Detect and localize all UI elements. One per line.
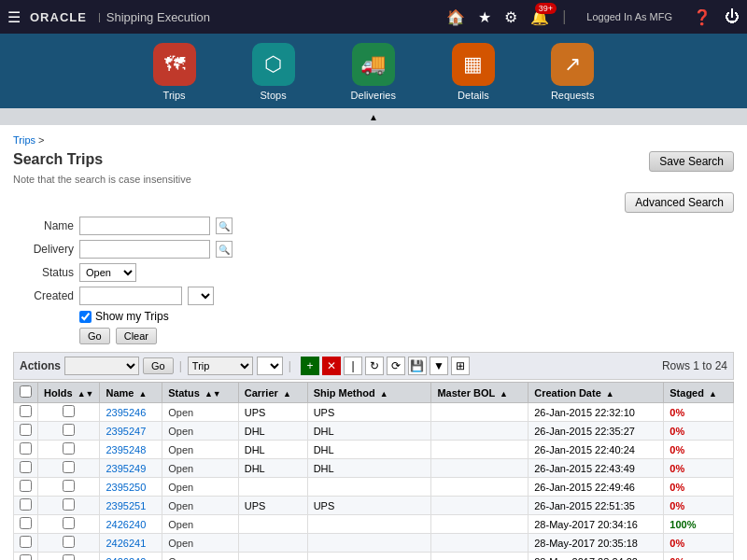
row-ship-method-cell (307, 534, 431, 553)
nav-divider: | (562, 8, 566, 25)
name-link[interactable]: 2426241 (106, 538, 146, 549)
settings-icon[interactable]: ⚙ (504, 8, 517, 26)
select-all-checkbox[interactable] (20, 385, 32, 398)
name-sort-icon: ▲ (138, 389, 147, 399)
name-link[interactable]: 2395248 (106, 444, 146, 455)
home-icon[interactable]: 🏠 (446, 8, 465, 26)
icon-nav: 🗺 Trips ⬡ Stops 🚚 Deliveries ▦ Details ↗… (0, 34, 747, 108)
row-status-cell: Open (162, 497, 239, 515)
help-icon[interactable]: ❓ (693, 8, 712, 26)
holds-checkbox[interactable] (63, 442, 75, 455)
row-creation-date-cell: 26-Jan-2015 22:40:24 (529, 441, 664, 459)
nav-requests[interactable]: ↗ Requests (551, 43, 594, 101)
row-master-bol-cell (431, 459, 529, 478)
row-select-cell (14, 497, 38, 515)
advanced-search-button[interactable]: Advanced Search (625, 192, 734, 213)
holds-checkbox[interactable] (63, 498, 75, 511)
row-checkbox[interactable] (20, 405, 32, 417)
grid-icon-button[interactable]: ⊞ (451, 357, 470, 375)
created-input[interactable] (79, 287, 182, 305)
status-header[interactable]: Status ▲▼ (162, 383, 239, 403)
table-row: 2395248 Open DHL DHL 26-Jan-2015 22:40:2… (14, 441, 734, 459)
name-link[interactable]: 2395250 (106, 482, 146, 493)
carrier-header[interactable]: Carrier ▲ (238, 383, 307, 403)
row-status-cell: Open (162, 515, 239, 534)
nav-stops[interactable]: ⬡ Stops (252, 43, 295, 101)
name-header[interactable]: Name ▲ (100, 383, 162, 403)
table-row: 2426241 Open 28-May-2017 20:35:18 0% (14, 534, 734, 553)
name-link[interactable]: 2426242 (106, 556, 146, 561)
name-link[interactable]: 2426240 (106, 519, 146, 530)
row-status-cell: Open (162, 534, 239, 553)
row-ship-method-cell (307, 553, 431, 561)
name-link[interactable]: 2395249 (106, 463, 146, 474)
menu-icon-button[interactable]: ▼ (430, 357, 448, 375)
holds-checkbox[interactable] (63, 536, 75, 548)
search-form: Name 🔍 Delivery 🔍 Status Open Closed All… (13, 217, 734, 344)
show-my-trips-row: Show my Trips (79, 310, 734, 323)
reload-icon-button[interactable]: ⟳ (387, 357, 405, 375)
holds-header[interactable]: Holds ▲▼ (38, 383, 100, 403)
row-checkbox[interactable] (20, 498, 32, 511)
name-link[interactable]: 2395246 (106, 407, 146, 418)
row-checkbox[interactable] (20, 480, 32, 492)
stops-icon-box: ⬡ (252, 43, 295, 86)
holds-checkbox[interactable] (63, 517, 75, 529)
clear-button[interactable]: Clear (116, 328, 157, 344)
holds-checkbox[interactable] (63, 461, 75, 473)
collapse-bar[interactable]: ▲ (0, 108, 747, 125)
status-select[interactable]: Open Closed All (79, 263, 136, 282)
remove-icon-button[interactable]: ✕ (322, 357, 341, 375)
row-checkbox[interactable] (20, 442, 32, 455)
master-bol-header[interactable]: Master BOL ▲ (431, 383, 529, 403)
row-checkbox[interactable] (20, 424, 32, 436)
power-icon[interactable]: ⏻ (725, 8, 740, 25)
staged-header[interactable]: Staged ▲ (664, 383, 734, 403)
row-carrier-cell: DHL (238, 441, 307, 459)
row-name-cell: 2395249 (100, 459, 162, 478)
ship-method-header[interactable]: Ship Method ▲ (307, 383, 431, 403)
row-ship-method-cell: DHL (307, 441, 431, 459)
name-search-button[interactable]: 🔍 (216, 217, 233, 234)
row-checkbox[interactable] (20, 517, 32, 529)
save-icon-button[interactable]: 💾 (408, 357, 427, 375)
trip-action-select[interactable] (257, 357, 283, 375)
go-button[interactable]: Go (79, 328, 110, 344)
row-creation-date-cell: 26-Jan-2015 22:43:49 (529, 459, 664, 478)
created-select[interactable] (188, 287, 214, 305)
row-carrier-cell: DHL (238, 422, 307, 441)
breadcrumb-separator: > (38, 134, 44, 146)
row-checkbox[interactable] (20, 536, 32, 548)
nav-trips[interactable]: 🗺 Trips (153, 43, 196, 101)
star-icon[interactable]: ★ (478, 8, 491, 26)
holds-checkbox[interactable] (63, 480, 75, 492)
nav-details[interactable]: ▦ Details (452, 43, 495, 101)
add-icon-button[interactable]: + (301, 357, 319, 375)
table-header-row: Holds ▲▼ Name ▲ Status ▲▼ Carrier ▲ (14, 383, 734, 403)
delivery-search-button[interactable]: 🔍 (216, 241, 233, 258)
row-carrier-cell (238, 553, 307, 561)
refresh-icon-button[interactable]: ↻ (365, 357, 384, 375)
name-link[interactable]: 2395251 (106, 500, 146, 511)
main-content: Trips > Search Trips Save Search Note th… (0, 125, 747, 560)
hamburger-icon[interactable]: ☰ (7, 8, 21, 26)
name-link[interactable]: 2395247 (106, 426, 146, 437)
trips-label: Trips (163, 90, 186, 101)
holds-checkbox[interactable] (63, 554, 75, 560)
actions-select[interactable] (64, 357, 139, 375)
holds-checkbox[interactable] (63, 424, 75, 436)
nav-deliveries[interactable]: 🚚 Deliveries (351, 43, 396, 101)
holds-checkbox[interactable] (63, 405, 75, 417)
creation-date-header[interactable]: Creation Date ▲ (529, 383, 664, 403)
save-search-button[interactable]: Save Search (649, 151, 734, 172)
breadcrumb-trips-link[interactable]: Trips (13, 134, 35, 146)
delivery-input[interactable] (79, 240, 210, 259)
show-my-trips-checkbox[interactable] (79, 311, 92, 323)
notification-icon[interactable]: 🔔 39+ (530, 8, 549, 26)
row-checkbox[interactable] (20, 461, 32, 473)
trip-select[interactable]: Trip (188, 357, 253, 375)
name-input[interactable] (79, 217, 210, 235)
row-holds-cell (38, 459, 100, 478)
row-checkbox[interactable] (20, 554, 32, 560)
actions-go-button[interactable]: Go (143, 357, 174, 374)
